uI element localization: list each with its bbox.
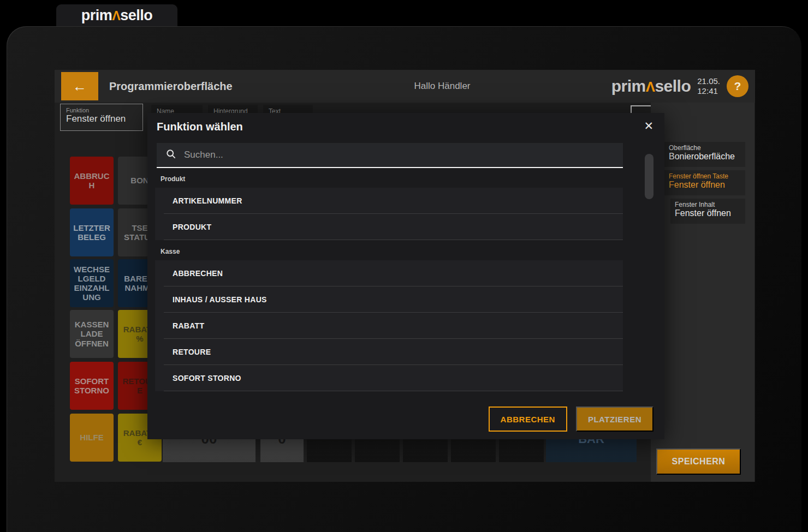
- page-title: Programmieroberfläche: [109, 70, 233, 103]
- search-input[interactable]: [184, 150, 614, 160]
- brand-logo-mark: Λ: [112, 9, 120, 23]
- close-icon[interactable]: ✕: [644, 119, 653, 133]
- grid-button-wechselgeld-einzahlung[interactable]: WECHSELGELD EINZAHLUNG: [70, 259, 114, 307]
- properties-drawer: OberflächeBonieroberflächeFenster öffnen…: [651, 103, 754, 482]
- drawer-field-label: Fenster öffnen Taste: [669, 172, 741, 180]
- grid-button-kassenlade-ffnen[interactable]: KASSENLADE ÖFFNEN: [70, 310, 114, 358]
- function-group-produkt: ARTIKELNUMMERPRODUKT: [155, 188, 623, 240]
- drawer-field-value: Bonieroberfläche: [669, 152, 735, 161]
- screen: primΛsello ← Programmieroberfläche Hallo…: [0, 0, 808, 532]
- funktion-field-label: Funktion: [66, 107, 137, 113]
- app-header: ← Programmieroberfläche Hallo Händler pr…: [55, 70, 755, 103]
- function-list-item-abbrechen[interactable]: ABBRECHEN: [155, 260, 623, 286]
- user-greeting: Hallo Händler: [360, 70, 524, 103]
- drawer-field-fenster-ffnen-taste[interactable]: Fenster öffnen TasteFenster öffnen: [664, 170, 745, 195]
- drawer-field-oberfl-che[interactable]: OberflächeBonieroberfläche: [664, 142, 745, 167]
- date-label: 21.05.: [697, 76, 720, 86]
- dialog-scrollbar[interactable]: [645, 154, 653, 199]
- function-select-dialog: Funktion wählen ✕ ProduktARTIKELNUMMERPR…: [147, 113, 664, 439]
- drawer-field-label: Fenster Inhalt: [675, 201, 741, 208]
- dialog-footer: ABBRECHEN PLATZIEREN: [489, 407, 653, 432]
- place-button[interactable]: PLATZIEREN: [576, 407, 653, 432]
- grid-button-hilfe[interactable]: HILFE: [70, 414, 114, 462]
- help-button[interactable]: ?: [727, 75, 748, 97]
- function-list-item-artikelnummer[interactable]: ARTIKELNUMMER: [155, 188, 623, 214]
- brand-logo: primΛsello: [81, 7, 153, 24]
- time-label: 12:41: [697, 86, 720, 96]
- function-list-item-inhaus-ausser-haus[interactable]: INHAUS / AUSSER HAUS: [155, 286, 623, 313]
- datetime: 21.05. 12:41: [697, 76, 720, 96]
- funktion-field[interactable]: Funktion Fenster öffnen: [60, 104, 143, 131]
- function-list-item-retoure[interactable]: RETOURE: [155, 339, 623, 365]
- brand-logo: primΛsello: [611, 77, 691, 95]
- app-tab[interactable]: primΛsello: [56, 4, 177, 26]
- function-group-kasse: ABBRECHENINHAUS / AUSSER HAUSRABATTRETOU…: [155, 260, 623, 391]
- cancel-button[interactable]: ABBRECHEN: [489, 407, 567, 432]
- back-button[interactable]: ←: [61, 72, 98, 100]
- function-list-item-produkt[interactable]: PRODUKT: [155, 214, 623, 240]
- drawer-field-value: Fenster öffnen: [675, 208, 731, 218]
- search-box: [157, 143, 623, 168]
- back-arrow-icon: ←: [73, 78, 87, 95]
- function-section-label-kasse: Kasse: [161, 248, 623, 255]
- save-button[interactable]: SPEICHERN: [656, 449, 741, 475]
- grid-button-abbruch[interactable]: ABBRUCH: [70, 157, 114, 205]
- header-right: primΛsello 21.05. 12:41 ?: [611, 70, 748, 103]
- function-list-item-rabatt[interactable]: RABATT: [155, 313, 623, 339]
- drawer-field-fenster-inhalt[interactable]: Fenster InhaltFenster öffnen: [670, 199, 745, 224]
- search-icon: [165, 148, 176, 162]
- function-section-label-produkt: Produkt: [161, 175, 623, 183]
- funktion-field-value: Fenster öffnen: [66, 113, 126, 124]
- function-list: ProduktARTIKELNUMMERPRODUKTKasseABBRECHE…: [155, 168, 623, 391]
- drawer-field-value: Fenster öffnen: [669, 180, 725, 189]
- function-list-item-sofort-storno[interactable]: SOFORT STORNO: [155, 365, 623, 391]
- question-icon: ?: [734, 80, 741, 93]
- drawer-field-label: Oberfläche: [669, 144, 741, 152]
- grid-button-sofort-storno[interactable]: SOFORT STORNO: [70, 362, 114, 410]
- brand-logo-mark: Λ: [646, 79, 655, 94]
- dialog-title: Funktion wählen: [157, 121, 243, 133]
- grid-button-letzter-beleg[interactable]: LETZTER BELEG: [70, 208, 114, 256]
